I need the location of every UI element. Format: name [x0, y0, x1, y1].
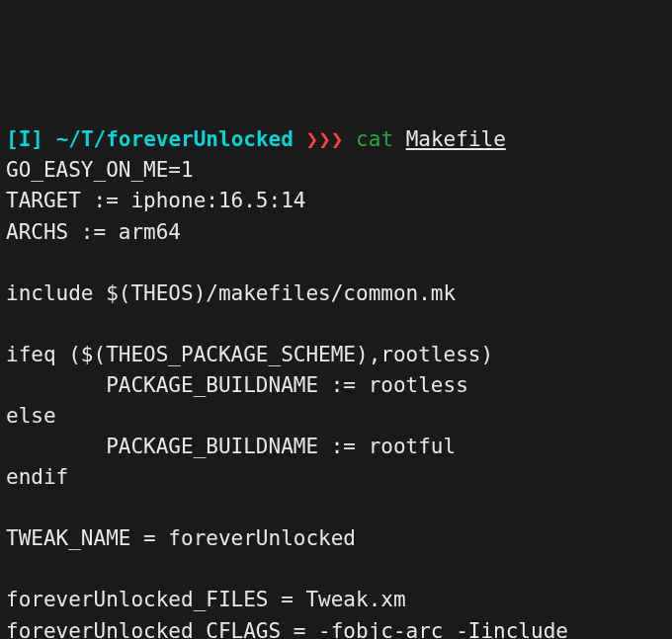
file-line-8: PACKAGE_BUILDNAME := rootless	[6, 373, 468, 397]
file-line-1: GO_EASY_ON_ME=1	[6, 158, 194, 182]
file-line-9: else	[6, 404, 56, 428]
file-line-13: TWEAK_NAME = foreverUnlocked	[6, 526, 356, 550]
file-line-5: include $(THEOS)/makefiles/common.mk	[6, 281, 456, 305]
prompt-line: [I] ~/T/foreverUnlocked ❯❯❯ cat Makefile	[6, 127, 506, 151]
file-line-10: PACKAGE_BUILDNAME := rootful	[6, 435, 456, 458]
file-line-3: ARCHS := arm64	[6, 220, 181, 244]
file-line-16: foreverUnlocked_CFLAGS = -fobjc-arc -Iin…	[6, 619, 568, 639]
file-line-15: foreverUnlocked_FILES = Tweak.xm	[6, 588, 406, 611]
prompt-arrows-icon: ❯❯❯	[306, 127, 344, 151]
prompt-bracket-open: [	[6, 127, 19, 151]
terminal-output[interactable]: [I] ~/T/foreverUnlocked ❯❯❯ cat Makefile…	[6, 124, 666, 639]
file-line-2: TARGET := iphone:16.5:14	[6, 189, 305, 212]
prompt-mode-letter: I	[19, 127, 32, 151]
prompt-path: ~/T/foreverUnlocked	[56, 127, 294, 151]
file-line-11: endif	[6, 465, 68, 489]
file-line-7: ifeq ($(THEOS_PACKAGE_SCHEME),rootless)	[6, 343, 493, 366]
prompt-bracket-close: ]	[31, 127, 43, 151]
command-argument: Makefile	[406, 127, 506, 151]
command-name: cat	[356, 127, 393, 151]
